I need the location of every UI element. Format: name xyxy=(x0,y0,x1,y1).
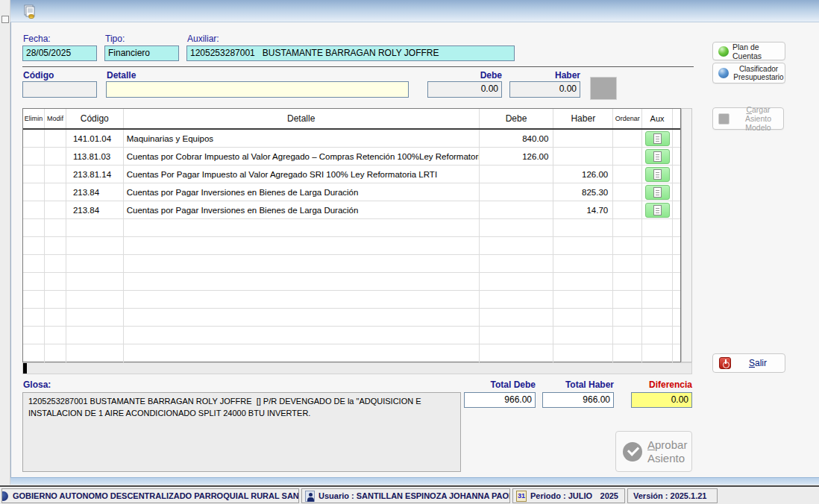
debe-cell: 126.00 xyxy=(480,148,554,165)
haber-cell: 825.30 xyxy=(553,183,613,201)
tipo-input[interactable]: Financiero xyxy=(104,45,179,61)
aprobar-asiento-label: Aprobar Asiento xyxy=(647,438,687,464)
grid-row-2[interactable]: 113.81.03 Cuentas por Cobrar Impuesto al… xyxy=(23,148,680,166)
tipo-label: Tipo: xyxy=(105,34,125,44)
statusbar: GOBIERNO AUTONOMO DESCENTRALIZADO PARROQ… xyxy=(0,488,819,504)
grid-row-1[interactable]: 141.01.04 Maquinarias y Equipos 840.00 xyxy=(23,130,680,148)
ordenar-cell[interactable] xyxy=(613,148,642,165)
grid-empty-row[interactable] xyxy=(23,327,680,344)
copy-document-with-coins-icon xyxy=(22,4,37,19)
check-circle-icon xyxy=(623,442,642,462)
collapsed-panel-box[interactable] xyxy=(1,16,9,23)
grid-header-elimin[interactable]: Elimin xyxy=(23,109,45,128)
plan-de-cuentas-button[interactable]: Plan de Cuentas xyxy=(712,42,785,60)
haber-cell xyxy=(553,130,613,147)
statusbar-top-border xyxy=(0,485,819,487)
auxiliar-input[interactable]: 1205253287001 BUSTAMANTE BARRAGAN ROLY J… xyxy=(186,45,515,61)
debe-label: Debe xyxy=(427,70,502,81)
asiento-contable-window: Fecha: 28/05/2025 Tipo: Financiero Auxil… xyxy=(0,0,819,504)
detalle-cell: Cuentas por Cobrar Impuesto al Valor Agr… xyxy=(124,148,480,165)
gray-square-button[interactable] xyxy=(590,77,617,100)
grid-empty-row[interactable] xyxy=(23,291,680,309)
haber-label: Haber xyxy=(509,70,580,81)
statusbar-periodo-section: 31 Periodo : JULIO 2025 xyxy=(512,488,625,503)
aux-button[interactable] xyxy=(645,149,670,164)
grid-row-4[interactable]: 213.84 Cuentas por Pagar Inversiones en … xyxy=(23,183,680,201)
grid-header-haber[interactable]: Haber xyxy=(553,109,613,128)
grid-empty-row[interactable] xyxy=(23,273,680,291)
modif-cell[interactable] xyxy=(45,166,66,183)
debe-cell xyxy=(480,183,554,201)
fecha-input[interactable]: 28/05/2025 xyxy=(22,45,97,61)
ordenar-cell[interactable] xyxy=(613,183,642,201)
modif-cell[interactable] xyxy=(45,183,66,201)
window-bottom-frame xyxy=(10,477,819,485)
elimin-cell[interactable] xyxy=(23,183,45,201)
grid-header-codigo[interactable]: Código xyxy=(66,109,124,128)
ordenar-cell[interactable] xyxy=(613,201,642,218)
power-icon xyxy=(719,357,731,369)
grid-empty-row[interactable] xyxy=(23,309,680,327)
document-icon xyxy=(653,169,662,180)
codigo-cell: 213.84 xyxy=(66,183,124,201)
green-sphere-icon xyxy=(718,46,729,57)
auxiliar-label: Auxiliar: xyxy=(187,34,219,44)
grid-header-aux[interactable]: Aux xyxy=(642,109,673,128)
haber-cell xyxy=(553,148,613,165)
codigo-cell: 113.81.03 xyxy=(66,148,124,165)
codigo-label: Código xyxy=(23,70,54,81)
ordenar-cell[interactable] xyxy=(613,130,642,147)
cargar-asiento-modelo-button[interactable]: Cargar Asiento Modelo xyxy=(712,107,784,130)
aux-button[interactable] xyxy=(645,131,670,146)
clasificador-presupuestario-button[interactable]: Clasificador Presupuestario xyxy=(712,63,785,84)
codigo-cell: 213.84 xyxy=(66,201,124,218)
modif-cell[interactable] xyxy=(45,201,66,218)
entity-globe-icon xyxy=(1,491,8,501)
grid-empty-row[interactable] xyxy=(23,255,680,273)
glosa-textarea[interactable]: 1205253287001 BUSTAMANTE BARRAGAN ROLY J… xyxy=(22,392,461,472)
total-haber-field: 966.00 xyxy=(542,392,614,408)
grid-empty-row[interactable] xyxy=(23,237,680,255)
aprobar-asiento-button[interactable]: Aprobar Asiento xyxy=(615,431,692,472)
plan-de-cuentas-label: Plan de Cuentas xyxy=(732,42,785,60)
grid-vertical-scrollbar[interactable] xyxy=(681,108,692,362)
codigo-cell: 141.01.04 xyxy=(66,130,124,147)
document-icon xyxy=(653,205,662,215)
codigo-input[interactable] xyxy=(22,81,97,98)
detalle-cell: Cuentas por Pagar Inversiones en Bienes … xyxy=(124,201,480,218)
elimin-cell[interactable] xyxy=(23,201,45,218)
elimin-cell[interactable] xyxy=(23,130,45,147)
grid-empty-row[interactable] xyxy=(23,219,680,237)
grid-header-detalle[interactable]: Detalle xyxy=(124,109,480,128)
debe-cell xyxy=(480,166,554,183)
cargar-asiento-modelo-label: Cargar Asiento Modelo xyxy=(733,105,783,132)
aux-button[interactable] xyxy=(645,203,670,218)
new-document-toolbar-button[interactable] xyxy=(22,4,37,19)
total-haber-label: Total Haber xyxy=(542,379,614,390)
grid-header-modif[interactable]: Modif xyxy=(45,109,66,128)
elimin-cell[interactable] xyxy=(23,148,45,165)
detalle-input[interactable] xyxy=(106,81,409,98)
grid-header-debe[interactable]: Debe xyxy=(480,109,554,128)
aux-button[interactable] xyxy=(645,185,670,200)
modif-cell[interactable] xyxy=(45,148,66,165)
salir-label: Salir xyxy=(731,358,785,368)
grid-row-3[interactable]: 213.81.14 Cuentas Por Pagar Impuesto al … xyxy=(23,166,680,183)
debe-input[interactable]: 0.00 xyxy=(427,81,502,98)
grid-header-ordenar[interactable]: Ordenar xyxy=(613,109,642,128)
haber-input[interactable]: 0.00 xyxy=(509,81,580,98)
grid-horizontal-scrollbar[interactable] xyxy=(22,362,692,374)
aux-button[interactable] xyxy=(645,167,670,182)
ordenar-cell[interactable] xyxy=(613,166,642,183)
salir-button[interactable]: Salir xyxy=(712,353,785,373)
calendar-icon: 31 xyxy=(516,491,527,502)
debe-cell xyxy=(480,201,554,218)
section-divider xyxy=(22,66,694,67)
detalle-label: Detalle xyxy=(107,70,136,81)
clasificador-label: Clasificador Presupuestario xyxy=(732,65,785,82)
elimin-cell[interactable] xyxy=(23,166,45,183)
grid-empty-row[interactable] xyxy=(23,344,680,362)
modif-cell[interactable] xyxy=(45,130,66,147)
grid-row-5[interactable]: 213.84 Cuentas por Pagar Inversiones en … xyxy=(23,201,680,219)
document-icon xyxy=(653,151,662,162)
